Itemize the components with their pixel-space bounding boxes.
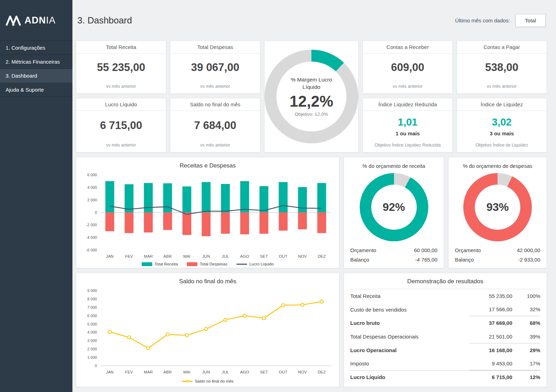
- legend-label: Saldo no final do mês: [195, 379, 234, 383]
- donut-row-orcamento: Orçamento 42 000,00: [454, 245, 541, 255]
- kpi-title: Total Despesas: [170, 41, 260, 54]
- receitas-despesas-chart-card: Receitas e Despesas 6 0004 0002 0000-2 0…: [76, 157, 339, 268]
- gauge-objective: Objetivo: 12,0%: [295, 112, 328, 117]
- svg-text:4 000: 4 000: [87, 330, 97, 334]
- kpi-value: 1,01: [363, 116, 452, 128]
- kpi-card-saldo-final-mes: Saldo no final do mês 7 684,00 vs mês an…: [170, 98, 260, 152]
- legend-marker: [186, 380, 188, 383]
- legend-swatch: [187, 262, 197, 266]
- kpi-value: 55 235,00: [76, 54, 166, 81]
- income-row-label: Lucro Líquido: [350, 371, 470, 384]
- svg-text:SET: SET: [260, 254, 268, 258]
- income-statement-card: Demonstração de resultados Total Receita…: [344, 273, 547, 387]
- donut-center-value: 93%: [475, 185, 520, 230]
- budget-despesas-card: % do orçamento de despesas 93% Orçamento…: [448, 157, 547, 268]
- svg-text:7 000: 7 000: [87, 305, 97, 309]
- svg-text:AGO: AGO: [240, 254, 249, 258]
- svg-text:0: 0: [95, 211, 97, 215]
- svg-text:JUN: JUN: [202, 370, 210, 374]
- margin-gauge-card: % Margem Lucro Líquido 12,2% Objetivo: 1…: [264, 41, 359, 152]
- donut-row-label: Balanço: [350, 257, 369, 263]
- donut-detail-rows: Orçamento 42 000,00 Balanço -2 933,00: [454, 245, 541, 266]
- svg-text:FEV: FEV: [125, 254, 133, 258]
- income-row: Lucro Operacional16 168,0029%: [350, 343, 540, 357]
- legend-swatch: [142, 262, 152, 266]
- kpi-title: Índice de Liquidez: [457, 98, 547, 111]
- sidebar-item-metricas-financeiras[interactable]: 2. Métricas Financeiras: [0, 55, 72, 69]
- kpi-subtitle: vs mês anterior: [76, 81, 166, 93]
- svg-text:OUT: OUT: [279, 254, 287, 258]
- svg-text:JUL: JUL: [222, 370, 229, 374]
- kpi-value: 6 715,00: [76, 111, 166, 140]
- income-row-value: 6 715,00: [470, 371, 512, 384]
- svg-text:6 000: 6 000: [87, 314, 97, 318]
- kpi-card-contas-a-pagar: Contas a Pagar 538,00 vs mês anterior: [457, 41, 547, 94]
- logo-text-light: IA: [46, 15, 56, 26]
- kpi-grid: Total Receita 55 235,00 vs mês anterior …: [76, 41, 547, 152]
- spacer: [457, 136, 547, 140]
- income-row: Custo de bens vendidos17 566,0032%: [350, 303, 540, 316]
- svg-text:OUT: OUT: [279, 370, 287, 374]
- kpi-title: Saldo no final do mês: [170, 98, 260, 111]
- kpi-value: 39 067,00: [170, 54, 260, 81]
- sidebar-item-configuracoes[interactable]: 1. Configurações: [0, 41, 72, 55]
- income-row: Lucro bruto37 669,0068%: [350, 316, 540, 330]
- income-row-pct: 32%: [512, 303, 540, 316]
- svg-text:NOV: NOV: [298, 370, 307, 374]
- income-row-pct: 39%: [512, 330, 540, 343]
- svg-text:9 000: 9 000: [87, 288, 97, 293]
- legend-swatch: [237, 264, 247, 265]
- income-row-label: Imposto: [350, 357, 470, 370]
- svg-text:6 000: 6 000: [87, 173, 97, 177]
- saldo_final_mes-svg: 9 0008 0007 0006 0005 0004 0003 0002 000…: [79, 286, 336, 376]
- kpi-title: Contas a Receber: [363, 41, 452, 54]
- income-row-label: Custo de bens vendidos: [350, 303, 470, 316]
- donut-row-value: -4 765,00: [415, 257, 437, 263]
- donut-row-value: 60 000,00: [414, 247, 437, 253]
- kpi-subtitle: vs mês anterior: [170, 81, 260, 93]
- kpi-subtitle: Objetivo Índice de Liquidez: [457, 140, 547, 152]
- income-row-label: Total Receita: [350, 290, 470, 303]
- income-row-value: 55 235,00: [470, 290, 512, 303]
- sidebar-item-ajuda-suporte[interactable]: Ajuda & Suporte: [0, 83, 72, 97]
- sidebar: ADNIA 1. Configurações 2. Métricas Finan…: [0, 0, 72, 392]
- kpi-subtitle: vs mês anterior: [363, 81, 452, 93]
- adnia-logo: ADNIA: [0, 0, 72, 41]
- receitas-despesas-chart: 6 0004 0002 0000-2 000-4 000-6 000JANFEV…: [79, 171, 336, 270]
- svg-text:MAR: MAR: [144, 370, 153, 374]
- kpi-card-total-receita: Total Receita 55 235,00 vs mês anterior: [76, 41, 166, 94]
- income-row-pct: 29%: [512, 343, 540, 357]
- kpi-card-indice-de-liquidez: Índice de Liquidez 3,02 3 ou mais Objeti…: [457, 98, 547, 152]
- kpi-target: 1 ou mais: [363, 130, 452, 136]
- donut-center-value: 92%: [371, 185, 417, 230]
- kpi-subtitle: vs mês anterior: [170, 140, 260, 152]
- donut-row-value: 42 000,00: [517, 247, 540, 253]
- kpi-title: Contas a Pagar: [457, 41, 547, 54]
- budget-receita-donut: 92%: [360, 173, 428, 241]
- svg-text:DEZ: DEZ: [318, 370, 326, 374]
- svg-text:AGO: AGO: [240, 370, 249, 374]
- middle-row: Receitas e Despesas 6 0004 0002 0000-2 0…: [76, 157, 547, 268]
- kpi-value: 609,00: [363, 54, 452, 81]
- svg-text:4 000: 4 000: [87, 185, 97, 190]
- svg-text:JUL: JUL: [222, 254, 229, 258]
- bottom-row: Saldo no final do mês 9 0008 0007 0006 0…: [76, 273, 547, 387]
- topbar-right: Último mês com dados: Total: [455, 14, 546, 27]
- main-content: 3. Dashboard Último mês com dados: Total…: [72, 0, 556, 392]
- svg-text:2 000: 2 000: [87, 198, 97, 202]
- donut-row-orcamento: Orçamento 60 000,00: [350, 245, 438, 255]
- income-row: Total Receita55 235,00100%: [350, 290, 540, 303]
- saldo-chart-card: Saldo no final do mês 9 0008 0007 0006 0…: [76, 273, 339, 387]
- period-selector-button[interactable]: Total: [515, 14, 546, 27]
- svg-text:MAR: MAR: [144, 254, 153, 258]
- donut-title: % do orçamento de receita: [350, 160, 438, 172]
- margin-gauge-center: % Margem Lucro Líquido 12,2% Objetivo: 1…: [276, 62, 346, 131]
- budget-despesas-donut: 93%: [463, 173, 532, 241]
- saldo-chart: 9 0008 0007 0006 0005 0004 0003 0002 000…: [79, 286, 336, 387]
- sidebar-item-dashboard[interactable]: 3. Dashboard: [0, 69, 72, 83]
- legend-swatch: [182, 381, 192, 382]
- income-row-value: 17 566,00: [470, 303, 512, 316]
- chart-legend: Total ReceitaTotal DespesasLucro Líquido: [79, 261, 336, 270]
- donut-row-label: Orçamento: [455, 247, 481, 253]
- income-row-value: 16 168,00: [470, 343, 512, 357]
